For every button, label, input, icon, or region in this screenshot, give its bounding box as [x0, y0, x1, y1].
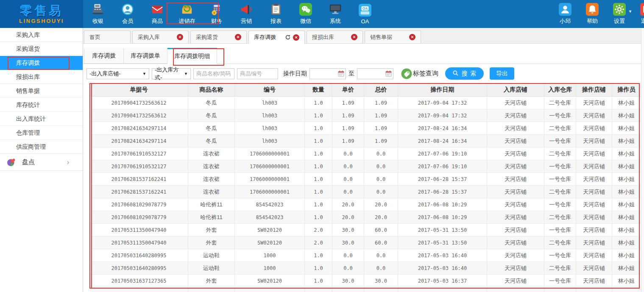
- method-filter-select[interactable]: -出入库方式- ▼: [152, 68, 191, 79]
- table-row[interactable]: 201707061910532127连衣裙17060000000011.00.0…: [90, 160, 641, 173]
- table-cell: 林小姐: [612, 275, 641, 287]
- table-row[interactable]: 201707061910532127连衣裙17060000000011.00.0…: [90, 147, 641, 160]
- table-row[interactable]: 201706081029078779哈伦裤118545420231.020.02…: [90, 211, 641, 224]
- table-row[interactable]: 201708241634297114冬瓜lh0031.01.091.092017…: [90, 135, 641, 147]
- table-row[interactable]: 201709041732563612冬瓜lh0031.01.091.092017…: [90, 97, 641, 109]
- tab-home[interactable]: 首页: [84, 31, 131, 43]
- sidebar-item-purchase-inbound[interactable]: 采购入库: [0, 28, 83, 42]
- brand-subtitle: LINGSHOUYI: [19, 18, 64, 24]
- calendar-icon[interactable]: [338, 70, 344, 77]
- top-nav-right: 小邱帮助设置▼退出: [552, 0, 644, 28]
- table-cell: 一号仓库: [544, 198, 576, 211]
- column-header: 编号: [235, 83, 305, 96]
- table-cell: 0.0: [332, 173, 364, 185]
- user-icon: [559, 3, 572, 16]
- close-icon[interactable]: ×: [177, 34, 183, 40]
- table-cell: [487, 287, 544, 292]
- calendar-icon[interactable]: [385, 70, 392, 77]
- table-row[interactable]: 201705031640280995运动鞋10001.00.00.02017-0…: [90, 262, 641, 275]
- table-cell: [364, 287, 398, 292]
- sidebar-item-inventory-stats[interactable]: 库存统计: [0, 98, 83, 112]
- sidebar-group-stocktaking[interactable]: 盘点›: [0, 154, 83, 171]
- sidebar-item-supplier-management[interactable]: 供应商管理: [0, 140, 83, 154]
- table-cell: 2017-07-06 19:10: [398, 160, 487, 172]
- sidebar-item-loss-outbound[interactable]: 报损出库: [0, 70, 83, 84]
- sidebar-item-inventory-transfer[interactable]: 库存调拨: [0, 56, 83, 70]
- sidebar-item-warehouse-management[interactable]: 仓库管理: [0, 126, 83, 140]
- brand-logo[interactable]: 零售易 LINGSHOUYI: [0, 0, 83, 28]
- content-area: 首页采购入库×采购退货×库存调拨×报损出库×销售单据× 库存调拨库存调拨单库存调…: [83, 28, 644, 292]
- table-cell: 20.0: [332, 211, 364, 223]
- product-name-input[interactable]: [193, 68, 234, 79]
- date-to-input[interactable]: [359, 71, 385, 77]
- tab-purchase-inbound[interactable]: 采购入库×: [132, 31, 189, 43]
- subtab-inventory-transfer[interactable]: 库存调拨: [84, 48, 124, 64]
- table-cell: 2017-08-24 16:34: [398, 122, 487, 134]
- refresh-icon[interactable]: [285, 34, 291, 40]
- tab-inventory-transfer[interactable]: 库存调拨×: [248, 31, 305, 44]
- table-row[interactable]: 201708241634297114冬瓜lh0031.01.091.092017…: [90, 122, 641, 135]
- product-code-input[interactable]: [237, 68, 278, 79]
- topnav-item-marketing[interactable]: 营销: [231, 0, 261, 28]
- date-from-input[interactable]: [311, 71, 337, 77]
- table-row[interactable]: 201705311350047940外套SW0201202.030.060.02…: [90, 236, 641, 249]
- table-cell: 1000: [235, 249, 305, 261]
- table-cell: 林小姐: [612, 249, 641, 261]
- store-filter-select[interactable]: -出入库店铺- ▼: [86, 68, 149, 79]
- topnav-item-help[interactable]: 帮助: [579, 0, 606, 28]
- topnav-item-finance[interactable]: ¥财务: [202, 0, 231, 28]
- topnav-item-user[interactable]: 小邱: [552, 0, 579, 28]
- table-row[interactable]: 201705311350047940外套SW0201202.030.060.02…: [90, 224, 641, 236]
- table-cell: 林小姐: [612, 97, 641, 109]
- tab-label: 库存调拨: [254, 33, 276, 41]
- table-row[interactable]: 201709041732563612冬瓜lh0031.01.091.092017…: [90, 109, 641, 122]
- topnav-item-wechat[interactable]: 微信: [291, 0, 321, 28]
- topnav-item-settings[interactable]: 设置▼: [606, 0, 633, 28]
- close-icon[interactable]: ×: [235, 34, 241, 40]
- table-cell: 201705031640280995: [90, 249, 188, 261]
- sidebar-item-purchase-return[interactable]: 采购退货: [0, 42, 83, 56]
- topnav-item-product[interactable]: 商品: [142, 0, 172, 28]
- method-filter-value: -出入库方式-: [155, 66, 181, 81]
- scrollbar-gutter[interactable]: [641, 28, 644, 292]
- topnav-item-system[interactable]: 系统: [321, 0, 350, 28]
- sidebar-item-inbound-outbound-stats[interactable]: 出入库统计: [0, 112, 83, 126]
- table-row[interactable]: 201705031640280995运动鞋10001.00.00.02017-0…: [90, 249, 641, 262]
- search-button[interactable]: 搜 索: [445, 67, 484, 80]
- chevron-down-icon: ▼: [628, 9, 632, 14]
- tab-sales-orders[interactable]: 销售单据×: [365, 31, 421, 43]
- table-row[interactable]: 201706081029078779哈伦裤118545420231.020.02…: [90, 198, 641, 211]
- tag-search-label: 标签查询: [413, 70, 438, 78]
- table-cell: 2017-05-31 13:50: [398, 224, 487, 236]
- table-cell: 冬瓜: [188, 122, 235, 134]
- column-header: 操作店铺: [576, 83, 612, 96]
- column-header: 操作员: [612, 83, 641, 96]
- table-cell: 1.0: [305, 262, 332, 274]
- table-cell: 60.0: [364, 236, 398, 249]
- subtab-inventory-transfer-details[interactable]: 库存调拨明细: [167, 48, 217, 64]
- table-cell: 201709041732563612: [90, 109, 188, 122]
- topnav-item-logout[interactable]: 退出: [633, 0, 644, 28]
- subtab-inventory-transfer-orders[interactable]: 库存调拨单: [124, 48, 167, 64]
- sidebar-item-sales-orders[interactable]: 销售单据: [0, 84, 83, 98]
- tag-search-link[interactable]: 标签查询: [401, 68, 438, 79]
- topnav-item-member[interactable]: 会员: [113, 0, 142, 28]
- table-cell: 二号仓库: [544, 211, 576, 223]
- close-icon[interactable]: ×: [409, 34, 415, 40]
- topnav-item-oa[interactable]: OAOA: [350, 0, 380, 28]
- table-row[interactable]: 201706281537162241连衣裙17060000000011.00.0…: [90, 186, 641, 198]
- close-icon[interactable]: ×: [293, 34, 299, 41]
- product-icon: [151, 3, 164, 16]
- sub-tabs: 库存调拨库存调拨单库存调拨明细: [83, 48, 644, 64]
- tab-loss-outbound[interactable]: 报损出库×: [307, 31, 363, 43]
- topnav-item-cashier[interactable]: 收银: [83, 0, 113, 28]
- tab-purchase-return[interactable]: 采购退货×: [190, 31, 247, 43]
- table-cell: 林小姐: [612, 122, 641, 134]
- export-button[interactable]: 导出: [490, 67, 514, 80]
- topnav-item-inventory[interactable]: 进销存: [172, 0, 202, 28]
- close-icon[interactable]: ×: [351, 34, 357, 40]
- table-row[interactable]: 201706281537162241连衣裙17060000000011.00.0…: [90, 173, 641, 186]
- table-row[interactable]: 201705031637127365外套SW0201201.030.030.02…: [90, 275, 641, 287]
- topnav-item-report[interactable]: 报表: [261, 0, 291, 28]
- sidebar-group-label: 盘点: [22, 158, 67, 166]
